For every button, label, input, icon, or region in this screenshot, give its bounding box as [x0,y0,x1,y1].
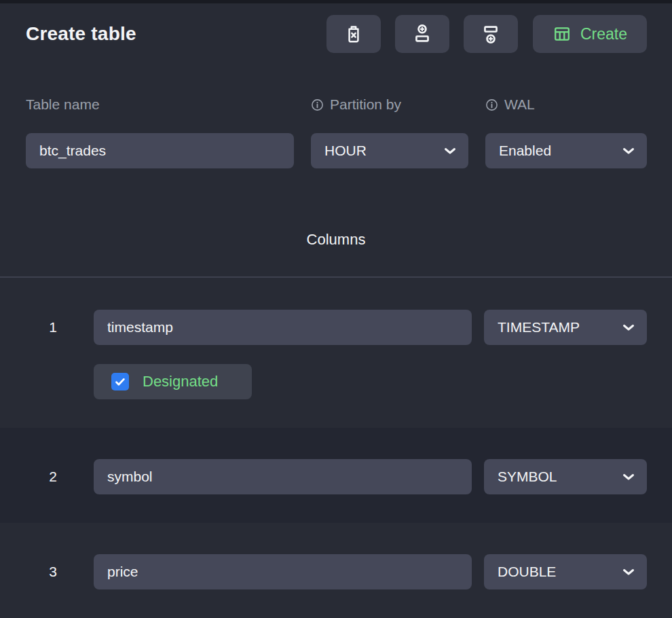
add-column-bottom-button[interactable] [464,15,518,53]
column-type-value: TIMESTAMP [498,319,580,335]
column-type-value: DOUBLE [498,564,556,580]
column-type-select[interactable]: DOUBLE [484,554,647,589]
column-name-input[interactable] [94,310,472,345]
column-row-2: 2 SYMBOL [0,428,672,523]
add-column-top-icon [411,23,433,45]
column-row-1: 1 TIMESTAMP Designated [0,278,672,428]
table-icon [553,24,572,43]
add-column-top-button[interactable] [395,15,449,53]
partition-by-value: HOUR [324,143,367,159]
chevron-down-icon [622,147,635,155]
column-type-value: SYMBOL [498,469,557,485]
window-top-strip [0,0,672,3]
partition-by-field: Partition by HOUR [311,96,468,168]
columns-section-heading: Columns [0,231,672,249]
chevron-down-icon [622,473,635,481]
info-icon [311,98,324,111]
chevron-down-icon [622,324,635,331]
trash-x-icon [343,23,365,45]
chevron-down-icon [444,147,456,155]
column-index: 2 [26,459,80,494]
check-icon [115,378,126,386]
create-button-label: Create [580,25,627,43]
wal-select[interactable]: Enabled [485,133,647,168]
column-name-input[interactable] [94,459,472,494]
table-name-label-text: Table name [26,96,100,113]
chevron-down-icon [622,568,635,576]
partition-by-select[interactable]: HOUR [311,133,468,168]
header: Create table Create [26,15,647,53]
wal-value: Enabled [499,143,551,159]
table-name-label: Table name [26,96,294,113]
partition-by-label-text: Partition by [330,96,401,113]
column-rows: 1 TIMESTAMP Designated [0,278,672,618]
table-name-field: Table name [26,96,294,168]
designated-checkbox[interactable] [111,373,129,390]
column-index: 1 [26,310,80,345]
wal-label-text: WAL [504,96,535,113]
column-index: 3 [26,554,80,589]
column-name-input[interactable] [94,554,472,589]
column-row-3: 3 DOUBLE [0,523,672,618]
column-type-select[interactable]: TIMESTAMP [484,310,647,345]
delete-columns-button[interactable] [326,15,381,53]
wal-field: WAL Enabled [485,96,647,168]
wal-label: WAL [485,96,647,113]
designated-toggle[interactable]: Designated [94,364,252,399]
designated-label: Designated [143,373,218,390]
add-column-bottom-icon [480,23,502,45]
info-icon [485,98,498,111]
table-name-input[interactable] [26,133,294,168]
page-title: Create table [26,23,136,45]
table-settings-form: Table name Partition by HOUR [0,96,672,168]
column-type-select[interactable]: SYMBOL [484,459,647,494]
create-table-button[interactable]: Create [533,15,647,53]
partition-by-label: Partition by [311,96,468,113]
